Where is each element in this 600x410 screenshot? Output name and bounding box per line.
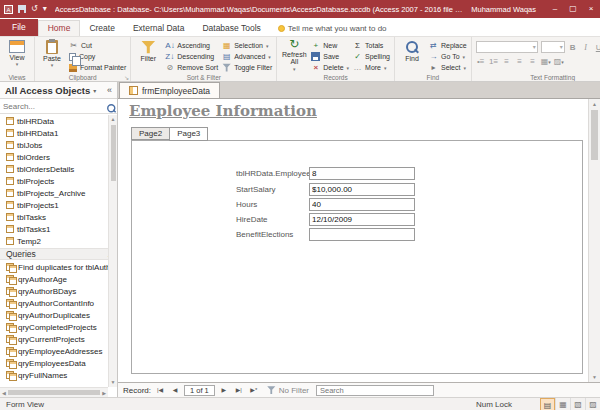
scroll-right-icon[interactable]: ▶ — [102, 390, 106, 396]
sidebar-item-table[interactable]: tblHRData1 — [0, 127, 117, 139]
align-center-button[interactable]: ≡ — [515, 56, 525, 67]
sidebar-item-query[interactable]: qryFullNames — [0, 369, 117, 381]
scrollbar-thumb[interactable] — [8, 390, 100, 395]
sidebar-item-query[interactable]: Find duplicates for tblAuthors — [0, 261, 117, 273]
nav-pane-header[interactable]: All Access Objects ▾ « — [0, 82, 117, 99]
totals-button[interactable]: ΣTotals — [353, 41, 390, 50]
sidebar-item-table[interactable]: tblProjects1 — [0, 199, 117, 211]
hours-input[interactable] — [309, 198, 415, 211]
refresh-all-button[interactable]: Refresh All ▾ — [281, 39, 307, 72]
tell-me-box[interactable]: Tell me what you want to do — [278, 24, 387, 36]
replace-button[interactable]: ⇄Replace — [429, 41, 467, 50]
datasheet-view-button[interactable]: ▦ — [555, 398, 570, 410]
selection-button[interactable]: ▦Selection▾ — [222, 41, 272, 50]
design-view-button[interactable]: ▨ — [585, 398, 600, 410]
chevron-down-icon[interactable]: ▾ — [93, 87, 96, 94]
align-right-button[interactable]: ≡ — [528, 56, 538, 67]
delete-button[interactable]: ×Delete▾ — [311, 63, 349, 72]
font-name-select[interactable] — [476, 41, 538, 53]
tab-home[interactable]: Home — [38, 20, 81, 36]
sidebar-item-query[interactable]: qryCompletedProjects — [0, 321, 117, 333]
sidebar-item-query[interactable]: qryEmployeesData — [0, 357, 117, 369]
sidebar-item-query[interactable]: qryAuthorDuplicates — [0, 309, 117, 321]
shutter-bar-icon[interactable]: « — [107, 85, 112, 95]
bold-button[interactable]: B — [568, 42, 578, 53]
sidebar-item-table[interactable]: tblProjects_Archive — [0, 187, 117, 199]
employeeid-input[interactable] — [309, 167, 415, 180]
ascending-button[interactable]: A↓Ascending — [165, 41, 218, 50]
first-record-button[interactable] — [154, 384, 166, 396]
undo-icon[interactable]: ↺ — [31, 0, 38, 18]
nav-horizontal-scrollbar[interactable]: ◀ ▶ — [0, 387, 108, 397]
sidebar-item-query[interactable]: qryAuthorContantInfo — [0, 297, 117, 309]
toggle-filter-button[interactable]: Toggle Filter — [222, 63, 272, 72]
paste-button[interactable]: Paste ▾ — [39, 39, 65, 69]
background-color-button[interactable]: ▨▾ — [554, 56, 564, 67]
scrollbar-thumb[interactable] — [591, 110, 598, 160]
hiredate-input[interactable] — [309, 213, 415, 226]
scroll-left-icon[interactable]: ◀ — [2, 390, 6, 396]
sidebar-item-table[interactable]: tblJobs — [0, 139, 117, 151]
bullets-button[interactable]: •≡ — [476, 56, 486, 67]
gridlines-button[interactable]: ▦▾ — [541, 56, 551, 67]
nav-search-input[interactable] — [3, 102, 103, 111]
sidebar-item-query[interactable]: qryAuthorAge — [0, 273, 117, 285]
select-button[interactable]: ▸Select▾ — [429, 63, 467, 72]
record-search-input[interactable] — [316, 385, 434, 396]
scroll-down-icon[interactable]: ▼ — [111, 378, 116, 387]
save-icon[interactable] — [18, 5, 26, 13]
sidebar-item-table[interactable]: tblTasks1 — [0, 223, 117, 235]
form-view-button[interactable]: ▤ — [540, 398, 555, 410]
cut-button[interactable]: Cut — [69, 41, 126, 50]
new-blank-record-button[interactable] — [248, 384, 260, 396]
view-button[interactable]: View ▾ — [4, 39, 30, 68]
font-size-select[interactable] — [541, 41, 565, 53]
sidebar-item-table[interactable]: Temp2 — [0, 235, 117, 247]
descending-button[interactable]: Z↓Descending — [165, 52, 218, 61]
sidebar-item-query[interactable]: qryEmployeeAddresses — [0, 345, 117, 357]
close-button[interactable]: × — [582, 0, 600, 18]
last-record-button[interactable] — [233, 384, 245, 396]
filter-button[interactable]: Filter — [135, 39, 161, 62]
tab-page3[interactable]: Page3 — [169, 127, 208, 141]
tab-file[interactable]: File — [0, 19, 38, 36]
queries-group-header[interactable]: Queries ▴ — [0, 248, 117, 260]
sidebar-item-table[interactable]: tblOrdersDetails — [0, 163, 117, 175]
spelling-button[interactable]: ✓Spelling — [353, 52, 390, 61]
layout-view-button[interactable]: ▧ — [570, 398, 585, 410]
tab-external-data[interactable]: External Data — [124, 21, 194, 36]
tab-page2[interactable]: Page2 — [131, 127, 170, 140]
scroll-down-icon[interactable]: ▼ — [592, 372, 597, 382]
scroll-up-icon[interactable]: ▲ — [592, 99, 597, 109]
new-record-button[interactable]: +New — [311, 41, 349, 50]
align-left-button[interactable]: ≡ — [502, 56, 512, 67]
sidebar-item-table[interactable]: tblHRData — [0, 115, 117, 127]
remove-sort-button[interactable]: ⊘Remove Sort — [165, 63, 218, 72]
scrollbar-thumb[interactable] — [111, 125, 116, 181]
maximize-button[interactable]: ▢ — [564, 0, 582, 18]
dialog-launcher-icon[interactable]: ↘ — [124, 74, 129, 81]
form-vertical-scrollbar[interactable]: ▲ ▼ — [588, 99, 600, 382]
nav-vertical-scrollbar[interactable]: ▲ ▼ — [108, 115, 117, 387]
go-to-button[interactable]: →Go To▾ — [429, 52, 467, 61]
tab-frmemployeedata[interactable]: frmEmployeeData — [119, 82, 220, 98]
tab-database-tools[interactable]: Database Tools — [193, 21, 269, 36]
advanced-button[interactable]: ▤Advanced▾ — [222, 52, 272, 61]
tab-create[interactable]: Create — [80, 21, 124, 36]
italic-button[interactable]: I — [581, 42, 591, 53]
copy-button[interactable]: Copy — [69, 52, 126, 61]
scroll-up-icon[interactable]: ▲ — [111, 115, 116, 124]
benefitelections-input[interactable] — [309, 228, 415, 241]
previous-record-button[interactable] — [169, 384, 181, 396]
next-record-button[interactable] — [218, 384, 230, 396]
sidebar-item-query[interactable]: qryAuthorBDays — [0, 285, 117, 297]
sidebar-item-table[interactable]: tblOrders — [0, 151, 117, 163]
minimize-button[interactable]: – — [546, 0, 564, 18]
startsalary-input[interactable] — [309, 183, 415, 196]
sidebar-item-table[interactable]: tblProjects — [0, 175, 117, 187]
filter-status[interactable]: No Filter — [267, 386, 309, 395]
find-button[interactable]: Find — [399, 39, 425, 62]
sidebar-item-query[interactable]: qryCurrentProjects — [0, 333, 117, 345]
save-record-button[interactable]: Save — [311, 52, 349, 61]
underline-button[interactable]: U — [594, 42, 600, 53]
